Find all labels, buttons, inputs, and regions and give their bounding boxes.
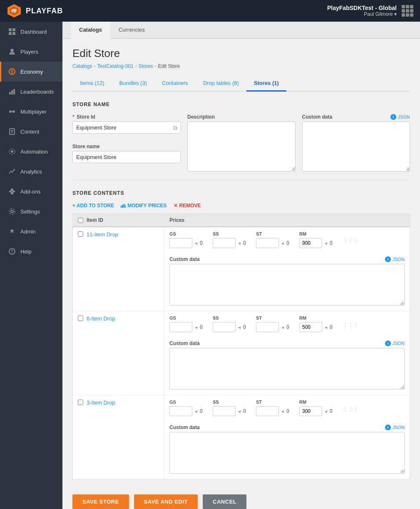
drag-handle-3[interactable]: ⋮⋮⋮	[343, 400, 355, 416]
price-input-gs-2[interactable]	[169, 322, 192, 332]
price-group-gs-2: GS ◄ 0	[169, 315, 203, 332]
item-custom-data-textarea-3[interactable]	[169, 432, 405, 474]
sidebar-item-multiplayer[interactable]: Multiplayer	[0, 102, 62, 122]
grid-icon[interactable]	[402, 5, 413, 17]
tab-currencies[interactable]: Currencies	[110, 22, 153, 39]
item-checkbox-1[interactable]	[78, 231, 83, 237]
sidebar-item-help[interactable]: ? Help	[0, 241, 62, 261]
app-body: Dashboard Players $ Economy Leaderboards…	[0, 22, 420, 509]
price-group-gs-3: GS ◄ 0	[169, 400, 203, 416]
store-id-label: * Store Id	[72, 114, 181, 120]
sidebar-item-economy[interactable]: $ Economy	[0, 62, 62, 82]
price-input-ss-3[interactable]	[213, 406, 236, 416]
sidebar-item-settings[interactable]: Settings	[0, 201, 62, 221]
custom-data-header: Custom data i JSON	[302, 114, 410, 120]
arrow-icon-ss-3: ◄	[237, 409, 241, 414]
sub-tab-containers[interactable]: Containers	[154, 76, 196, 92]
store-id-input[interactable]	[72, 122, 181, 134]
item-json-link-3[interactable]: i JSON	[385, 425, 405, 430]
content-icon	[8, 127, 16, 136]
svg-rect-31	[121, 206, 122, 208]
price-group-rm-2: RM ◄ 0	[299, 315, 333, 332]
svg-rect-34	[125, 205, 126, 208]
sidebar-item-label: Dashboard	[20, 29, 47, 35]
custom-data-header-1: Custom data i JSON	[169, 256, 405, 262]
save-and-edit-button[interactable]: SAVE AND EDIT	[134, 494, 198, 509]
price-input-ss-2[interactable]	[213, 322, 236, 332]
price-input-rm-1[interactable]	[299, 238, 322, 248]
save-store-button[interactable]: SAVE STORE	[72, 494, 129, 509]
price-input-gs-1[interactable]	[169, 238, 192, 248]
custom-data-label-1: Custom data	[169, 256, 200, 262]
remove-link[interactable]: ✕ REMOVE	[174, 203, 201, 209]
item-json-link-1[interactable]: i JSON	[385, 256, 405, 262]
store-id-group: * Store Id ⧉ Store name	[72, 114, 181, 171]
footer-actions: SAVE STORE SAVE AND EDIT CANCEL	[72, 486, 410, 509]
item-name-link-2[interactable]: 6-Item Drop	[87, 315, 115, 322]
item-custom-data-textarea-2[interactable]	[169, 348, 405, 390]
sidebar-item-content[interactable]: Content	[0, 122, 62, 142]
price-input-wrapper-rm-1: ◄ 0	[299, 238, 333, 248]
sidebar-item-label: Players	[20, 49, 38, 55]
breadcrumb-testcatalog[interactable]: TestCatalog-001	[97, 63, 133, 69]
description-textarea[interactable]	[187, 122, 296, 171]
cancel-button[interactable]: CANCEL	[203, 494, 246, 509]
price-input-wrapper-ss-3: ◄ 0	[213, 406, 246, 416]
sub-tab-bundles[interactable]: Bundles (3)	[112, 76, 154, 92]
sidebar-item-addons[interactable]: Add-ons	[0, 181, 62, 201]
sidebar-item-label: Economy	[20, 69, 43, 75]
breadcrumb-catalogs[interactable]: Catalogs	[72, 63, 92, 69]
item-col-1: 11-Item Drop	[73, 227, 164, 311]
price-input-st-2[interactable]	[256, 322, 279, 332]
add-to-store-link[interactable]: + ADD TO STORE	[72, 203, 114, 209]
drag-handle-2[interactable]: ⋮⋮⋮	[343, 315, 355, 332]
user-name: Paul Gilmore ▾	[327, 11, 397, 17]
price-input-st-1[interactable]	[256, 238, 279, 248]
price-input-st-3[interactable]	[256, 406, 279, 416]
th-prices: Prices	[164, 214, 410, 226]
sidebar-item-admin[interactable]: Admin	[0, 221, 62, 241]
drag-handle-1[interactable]: ⋮⋮⋮	[343, 231, 355, 248]
price-label-rm-3: RM	[299, 400, 333, 405]
price-group-rm-1: RM ◄ 0	[299, 231, 333, 248]
players-icon	[8, 47, 16, 56]
sub-tab-drop-tables[interactable]: Drop tables (8)	[196, 76, 246, 92]
sidebar-item-automation[interactable]: Automation	[0, 142, 62, 161]
breadcrumb-stores[interactable]: Stores	[139, 63, 153, 69]
logo-text: PLAYFAB	[26, 7, 63, 15]
item-custom-data-textarea-1[interactable]	[169, 264, 405, 305]
svg-rect-25	[11, 189, 13, 191]
price-input-ss-1[interactable]	[213, 238, 236, 248]
modify-prices-link[interactable]: MODIFY PRICES	[121, 203, 167, 209]
price-input-rm-3[interactable]	[299, 406, 322, 416]
sub-tab-stores[interactable]: Stores (1)	[246, 76, 286, 92]
item-json-link-2[interactable]: i JSON	[385, 340, 405, 346]
price-input-gs-3[interactable]	[169, 406, 192, 416]
sidebar-item-dashboard[interactable]: Dashboard	[0, 22, 62, 42]
prices-row-2: GS ◄ 0 SS	[169, 315, 405, 332]
sidebar-item-leaderboards[interactable]: Leaderboards	[0, 82, 62, 102]
sub-tab-items[interactable]: Items (12)	[72, 76, 112, 92]
tab-catalogs[interactable]: Catalogs	[71, 22, 110, 39]
item-checkbox-3[interactable]	[78, 400, 83, 405]
price-input-rm-2[interactable]	[299, 322, 322, 332]
select-all-checkbox[interactable]	[78, 218, 83, 223]
custom-data-label: Custom data	[302, 114, 333, 120]
item-name-link-3[interactable]: 3-Item Drop	[87, 400, 115, 406]
item-checkbox-2[interactable]	[78, 315, 83, 321]
sidebar-item-analytics[interactable]: Analytics	[0, 161, 62, 181]
price-input-wrapper-st-1: ◄ 0	[256, 238, 289, 248]
playfab-logo-icon: PF	[7, 3, 22, 18]
item-name-link-1[interactable]: 11-Item Drop	[87, 231, 118, 238]
topbar: PF PLAYFAB PlayFabSDKTest - Global Paul …	[0, 0, 420, 22]
svg-rect-11	[9, 92, 11, 94]
price-label-ss-3: SS	[213, 400, 246, 405]
breadcrumb: Catalogs › TestCatalog-001 › Stores › Ed…	[72, 63, 410, 69]
price-zero-gs-2: 0	[200, 324, 203, 330]
sidebar-item-label: Leaderboards	[20, 89, 54, 95]
sidebar-item-players[interactable]: Players	[0, 42, 62, 62]
store-name-input[interactable]	[72, 151, 181, 163]
custom-data-textarea[interactable]	[302, 122, 410, 171]
store-name-label: Store name	[72, 144, 181, 149]
custom-data-json-link[interactable]: i JSON	[390, 114, 410, 120]
